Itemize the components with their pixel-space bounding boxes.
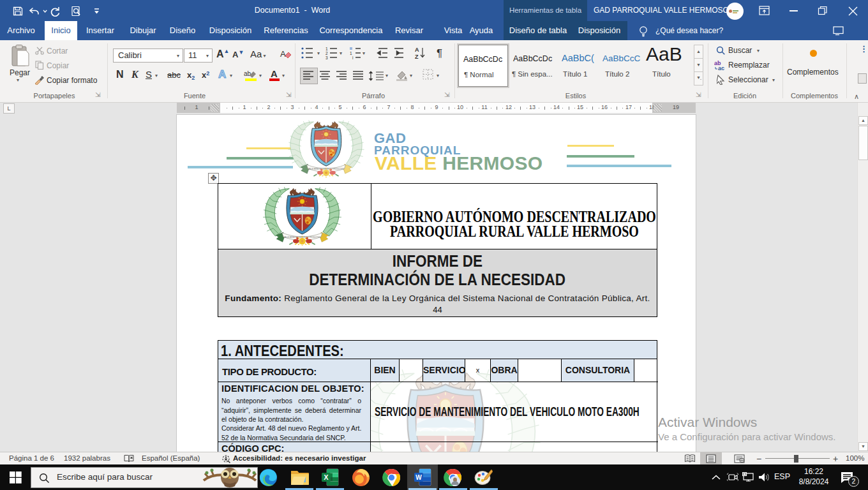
svg-text:▾: ▾ — [317, 50, 320, 56]
svg-text:¶: ¶ — [437, 47, 442, 59]
svg-text:1: 1 — [350, 51, 352, 56]
svg-text:ab: ab — [244, 70, 251, 77]
svg-text:A: A — [280, 49, 286, 59]
svg-text:▾: ▾ — [340, 50, 342, 56]
svg-text:A: A — [415, 47, 419, 53]
svg-text:ac: ac — [718, 65, 724, 71]
svg-text:3: 3 — [326, 56, 328, 60]
svg-text:W: W — [415, 474, 422, 481]
svg-text:Z: Z — [415, 54, 419, 60]
svg-text:X: X — [324, 473, 329, 481]
svg-text:▾: ▾ — [363, 50, 365, 56]
svg-text:i: i — [352, 56, 353, 60]
svg-text:1: 1 — [326, 47, 328, 51]
svg-text:2: 2 — [326, 51, 328, 56]
